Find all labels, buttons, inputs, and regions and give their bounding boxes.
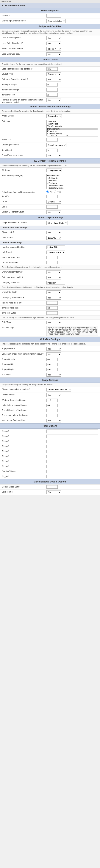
fetch-children-no-radio[interactable]	[46, 190, 49, 193]
article-ids-input[interactable]	[46, 138, 58, 142]
intro-text-suffix-input[interactable]	[46, 311, 58, 315]
module-id-input[interactable]	[46, 14, 61, 18]
set-height-input[interactable]	[46, 67, 58, 71]
collapse-arrow-icon[interactable]: ▼	[2, 5, 4, 7]
item-right-margin-input[interactable]	[46, 83, 58, 87]
category-prefix-text-input[interactable]	[46, 281, 65, 284]
show-front-page-row: Show Front page Items NoYes	[0, 153, 100, 158]
filter-trigger-5-label: Trigger1	[0, 449, 45, 454]
popup-height-input[interactable]	[46, 368, 58, 371]
heading-tag-input[interactable]	[46, 246, 65, 249]
popup-gallery-control: YesNo	[45, 346, 100, 351]
items-per-row-input[interactable]	[46, 93, 58, 97]
display-comment-count-select[interactable]: YesNo	[46, 210, 61, 214]
display-readmore-select[interactable]: YesNo	[46, 296, 61, 300]
popup-width-input[interactable]	[46, 363, 58, 366]
item-count-control	[45, 148, 100, 153]
show-category-name-select[interactable]: YesNo	[46, 270, 61, 274]
title-char-limit-input[interactable]	[46, 256, 58, 259]
k2-content-retrieval-desc: The general settings for selecting the K…	[0, 163, 100, 167]
load-microblog-css-row: Load microblog css? YesNo	[0, 35, 100, 41]
heading-tag-row: Heading tag used for title	[0, 245, 100, 250]
main-image-fade-select[interactable]: YesNo	[46, 419, 61, 423]
text-for-read-more-control	[45, 301, 100, 306]
k2-items-label: K2 Items	[0, 168, 45, 173]
height-resized-image-input[interactable]	[46, 404, 58, 407]
link-target-row: Link Target Content Article	[0, 250, 100, 255]
module-close-suffix-input[interactable]	[46, 485, 58, 489]
microblog-source-select[interactable]: Joomla Articles	[46, 19, 66, 23]
layout-type-select[interactable]: Columns	[46, 72, 61, 76]
only-show-image-select[interactable]: YesNo	[46, 352, 61, 356]
scrolling-select[interactable]: YesNo	[46, 373, 61, 377]
filter-trigger-5-input[interactable]	[46, 450, 98, 453]
filter-by-category-listbox[interactable]: Democontent - Setting Up - Features - Fe…	[46, 174, 98, 189]
limited-title-suffix-input[interactable]	[46, 261, 58, 265]
set-height-control	[45, 67, 100, 71]
remove-clearing-div-select[interactable]: YesNo	[46, 98, 61, 102]
k2-content-retrieval-header: K2 Content Retrieval Settings	[0, 158, 100, 163]
filter-trigger-1-input[interactable]	[46, 430, 98, 433]
popup-gallery-select[interactable]: YesNo	[46, 347, 61, 351]
category-prefix-text-control	[45, 280, 100, 285]
link-target-select[interactable]: Content Article	[46, 251, 65, 254]
category-name-as-link-control: YesNo	[45, 275, 100, 280]
resize-image-select[interactable]: YesNo	[46, 393, 61, 397]
select-colorbox-theme-select[interactable]: Theme 4	[46, 47, 61, 51]
display-comment-count-control: YesNo	[45, 210, 100, 215]
display-images-select[interactable]: From Article IntroText	[46, 388, 71, 392]
date-format-select[interactable]: 15/09/09	[46, 236, 61, 240]
load-colorbox-script-select[interactable]: YesNo	[46, 41, 61, 45]
show-front-page-select[interactable]: NoYes	[46, 154, 61, 157]
k2-count-input[interactable]	[46, 205, 58, 209]
width-resized-image-input[interactable]	[46, 399, 58, 402]
item-bottom-margin-input[interactable]	[46, 88, 58, 92]
strip-tags-select[interactable]: YesNo	[46, 321, 61, 324]
display-date-select[interactable]: YesNo	[46, 230, 61, 234]
filter-trigger-7-input[interactable]	[46, 460, 98, 463]
fetch-children-no-label[interactable]: No	[46, 190, 53, 193]
popup-opacity-input[interactable]	[46, 358, 58, 361]
filter-trigger-9-input[interactable]	[46, 475, 98, 478]
load-microblog-css-select[interactable]: YesNo	[46, 36, 61, 40]
filter-trigger-4-row: Trigger1	[0, 444, 100, 449]
filter-trigger-8-input[interactable]	[46, 465, 98, 468]
load-colorbox-css-control: YesNo	[45, 52, 100, 57]
cache-time-select[interactable]: NoYes	[46, 490, 61, 494]
fetch-children-label: Fetch Items from children categories	[0, 190, 45, 194]
title-char-limit-row: Title Character Limit	[0, 255, 100, 260]
height-ratio-input[interactable]	[46, 414, 58, 417]
width-ratio-label: The width ratio of the image	[0, 408, 45, 413]
only-show-image-label: Only show image from content item in pop…	[0, 351, 45, 357]
k2-order-select[interactable]: Default	[46, 200, 61, 204]
calculate-margin-select[interactable]: YesNo	[46, 78, 61, 82]
filter-trigger-6-input[interactable]	[46, 455, 98, 458]
item-ids-input[interactable]	[46, 195, 58, 198]
module-id-row: Module ID	[0, 13, 100, 19]
filter-trigger-2-input[interactable]	[46, 435, 98, 438]
only-show-image-control: YesNo	[45, 351, 100, 357]
introtext-word-limit-input[interactable]	[46, 306, 58, 310]
plugin-behaviour-select[interactable]: Strip Plugin Code	[46, 221, 68, 225]
k2-items-row: K2 Items Categories	[0, 168, 100, 173]
ordering-content-select[interactable]: Default ordering	[46, 143, 66, 147]
filter-trigger-8-control	[45, 464, 100, 469]
show-category-name-row: Show Category Name? YesNo	[0, 270, 100, 275]
fetch-children-yes-radio[interactable]	[54, 190, 56, 193]
load-colorbox-css-select[interactable]: YesNo	[46, 52, 61, 56]
load-colorbox-script-label: Load Color Box Script?	[0, 41, 45, 46]
show-intro-text-select[interactable]: YesNo	[46, 290, 61, 294]
filter-trigger-4-input[interactable]	[46, 445, 98, 448]
category-name-as-link-select[interactable]: YesNo	[46, 276, 61, 279]
text-for-read-more-input[interactable]	[46, 301, 58, 305]
k2-items-select[interactable]: Categories	[46, 168, 62, 172]
filter-overlay-trigger-input[interactable]	[46, 470, 98, 473]
article-source-select[interactable]: Categories	[46, 114, 62, 118]
width-ratio-input[interactable]	[46, 409, 58, 412]
article-ids-label: Article IDs	[0, 137, 45, 143]
filter-trigger-3-input[interactable]	[46, 440, 98, 443]
fetch-children-yes-label[interactable]: Yes	[54, 190, 61, 193]
colorbox-header: ColorBox Settings	[0, 337, 100, 342]
category-listbox[interactable]: The CMS The Project The Community Democo…	[46, 120, 98, 136]
item-count-input[interactable]	[46, 149, 58, 152]
